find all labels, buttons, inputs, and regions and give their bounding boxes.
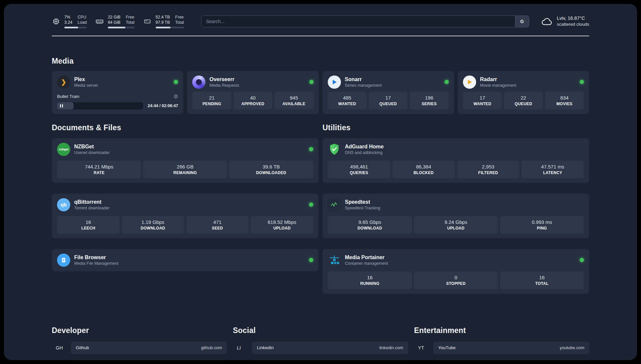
nzbget-icon: nzbget — [57, 143, 70, 156]
stat-tile: 945 AVAILABLE — [274, 92, 313, 109]
stat-value: 39.6 TB — [262, 164, 280, 169]
stat-label: FILTERED — [478, 170, 498, 175]
card-subtitle: Media Requests — [209, 83, 239, 88]
stat-tile: 0.993 ms PING — [500, 216, 584, 234]
search-engine-button[interactable]: G — [515, 16, 529, 27]
settings-gear-icon[interactable]: ⚙ — [173, 93, 178, 100]
speedtest-card[interactable]: Speedtest Speedtest Tracking 9.65 Gbps D… — [322, 194, 589, 238]
stat-tile: 618.52 Mbps UPLOAD — [251, 216, 313, 234]
card-subtitle: Torrent downloader — [74, 206, 109, 210]
stat-tile: 16 TOTAL — [500, 271, 584, 289]
cpu-usage-bar — [64, 27, 87, 28]
stat-value: 17 — [480, 95, 485, 101]
stat-tile: 16 RUNNING — [328, 271, 412, 289]
stat-label: QUEUED — [380, 102, 397, 106]
documents-section-title: Documents & Files — [52, 123, 319, 132]
stat-tile: 834 MOVIES — [545, 92, 584, 109]
nzbget-card[interactable]: nzbget NZBGet Usenet downloader 744.21 M… — [52, 138, 319, 183]
link-row-stackoverflow[interactable]: SO StackOverflow stackoverflow.com — [52, 360, 227, 360]
stat-value: 17 — [385, 95, 391, 101]
adguard-card[interactable]: AdGuard Home DNS and adblocking 498,461 … — [322, 138, 589, 183]
stat-tile: 21 PENDING — [192, 92, 231, 109]
sonarr-card[interactable]: Sonarr Series management 485 WANTED 17 Q… — [322, 71, 454, 114]
media-section-title: Media — [52, 57, 589, 66]
card-subtitle: Usenet downloader — [74, 150, 110, 155]
cpu-label: CPU — [77, 15, 87, 20]
stat-value: 618.52 Mbps — [268, 219, 296, 225]
stat-value: 40 — [250, 95, 256, 101]
stat-tile: 266 GB REMAINING — [143, 161, 227, 178]
search-bar: G — [201, 15, 529, 27]
disk-free-value: 52.4 TB — [156, 15, 170, 20]
speedtest-icon — [328, 198, 341, 211]
radarr-card[interactable]: Radarr Movie management 17 WANTED 22 QUE… — [458, 71, 589, 114]
stat-value: 471 — [213, 219, 222, 225]
stat-value: 21 — [209, 95, 215, 101]
memory-usage-bar — [108, 27, 135, 28]
qbittorrent-icon: qb — [57, 198, 70, 211]
utilities-column: Utilities AdGuard Home — [322, 123, 589, 304]
portainer-card[interactable]: Media Portainer Container management 16 … — [322, 249, 589, 294]
card-subtitle: Series management — [345, 83, 382, 88]
link-row-twitter[interactable]: TW Twitter twitter.com — [233, 360, 408, 360]
weather-location: Lviv, 16.87°C — [557, 15, 589, 22]
stat-label: UPLOAD — [273, 226, 290, 230]
stat-label: BLOCKED — [413, 170, 434, 175]
card-subtitle: Container management — [345, 261, 388, 266]
stat-value: 16 — [86, 219, 91, 225]
utilities-section-title: Utilities — [322, 123, 589, 132]
link-row-youtube[interactable]: YT YouTube youtube.com — [414, 342, 589, 354]
link-row-github[interactable]: GH Github github.com — [52, 342, 227, 354]
plex-card[interactable]: ❯ Plex Media server Bullet Train ⚙ — [52, 71, 183, 114]
stat-value: 945 — [290, 95, 298, 101]
cpu-load-label: Load — [77, 20, 87, 25]
disk-stat: 52.4 TB 97.9 TB Free Total — [143, 15, 184, 28]
stat-tile: 22 QUEUED — [504, 92, 543, 109]
overseerr-card[interactable]: Overseerr Media Requests 21 PENDING 40 A… — [187, 71, 319, 114]
stat-value: 834 — [560, 95, 568, 101]
stat-tile: 9.65 Gbps DOWNLOAD — [328, 216, 412, 234]
stat-label: QUEUED — [515, 102, 532, 106]
disk-total-label: Total — [175, 20, 184, 25]
card-title: Sonarr — [345, 76, 382, 82]
link-name: LinkedIn — [257, 345, 274, 350]
stat-label: DOWNLOAD — [357, 226, 382, 230]
stat-label: WANTED — [473, 102, 491, 106]
card-title: Speedtest — [345, 199, 380, 205]
developer-column: Developer GH Github github.com SO StackO… — [52, 326, 227, 360]
memory-free-label: Free — [126, 15, 134, 20]
search-input[interactable] — [201, 16, 515, 27]
playback-progress-bar[interactable] — [57, 102, 143, 109]
pause-icon[interactable] — [60, 104, 63, 107]
card-title: Media Portainer — [345, 255, 388, 260]
weather-widget: Lviv, 16.87°C scattered clouds — [541, 15, 589, 28]
status-dot — [309, 147, 313, 151]
stat-label: LATENCY — [543, 170, 562, 175]
link-row-linkedin[interactable]: LI LinkedIn linkedin.com — [233, 342, 408, 354]
link-row-netflix[interactable]: NF Netflix netflix.com — [414, 360, 589, 360]
status-dot — [580, 80, 584, 84]
cpu-icon — [52, 17, 60, 26]
card-subtitle: Media server — [74, 83, 98, 88]
disk-total-value: 97.9 TB — [156, 20, 170, 25]
stat-label: UPLOAD — [447, 226, 464, 230]
link-abbr: LI — [233, 345, 248, 350]
entertainment-section-title: Entertainment — [414, 326, 589, 335]
status-dot — [444, 80, 449, 84]
stat-tile: 17 WANTED — [463, 92, 502, 109]
card-title: Radarr — [480, 76, 516, 82]
weather-condition: scattered clouds — [557, 21, 589, 27]
playback-time: 24:44 / 02:06:47 — [148, 104, 178, 108]
card-title: Plex — [74, 76, 98, 82]
link-url: linkedin.com — [379, 345, 403, 350]
stat-tile: 86,384 BLOCKED — [392, 161, 455, 178]
playback-progress-fill — [57, 102, 74, 109]
stat-label: REMAINING — [173, 170, 197, 175]
qbittorrent-card[interactable]: qb qBittorrent Torrent downloader 16 LEE… — [52, 194, 319, 238]
card-title: qBittorrent — [74, 199, 109, 205]
filebrowser-card[interactable]: File Browser Media File Management — [52, 249, 319, 271]
link-name: YouTube — [438, 345, 456, 350]
entertainment-column: Entertainment YT YouTube youtube.com NF … — [414, 326, 589, 360]
social-section-title: Social — [233, 326, 408, 335]
status-dot — [309, 202, 313, 207]
